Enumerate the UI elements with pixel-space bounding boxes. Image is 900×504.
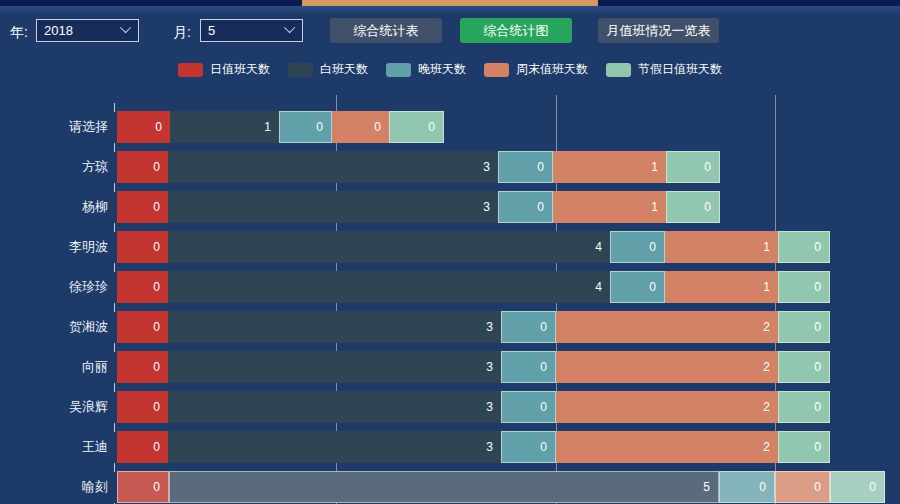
- bar-segment[interactable]: 3: [168, 351, 501, 383]
- bar-segment[interactable]: 2: [556, 351, 778, 383]
- year-select[interactable]: 2018: [36, 19, 139, 42]
- bar-segment[interactable]: 3: [168, 151, 498, 183]
- bar-segment[interactable]: 0: [117, 191, 168, 223]
- bar-segment[interactable]: 0: [498, 151, 553, 183]
- bar-segment[interactable]: 0: [117, 311, 168, 343]
- bar-value-label: 0: [153, 280, 160, 294]
- bar-segment[interactable]: 0: [279, 111, 332, 143]
- bar-segment[interactable]: 0: [719, 471, 775, 503]
- bar-segment[interactable]: 3: [168, 191, 498, 223]
- axis-tick: [114, 223, 115, 232]
- bar-segment[interactable]: 1: [170, 111, 279, 143]
- bar-segment[interactable]: 2: [556, 391, 778, 423]
- bar-segment[interactable]: 0: [117, 391, 168, 423]
- legend-item[interactable]: 日值班天数: [178, 61, 270, 78]
- legend-item[interactable]: 周末值班天数: [484, 61, 588, 78]
- bar-value-label: 0: [374, 120, 381, 134]
- bar-value-label: 0: [153, 160, 160, 174]
- bar-segment[interactable]: 3: [168, 311, 501, 343]
- bar-segment[interactable]: 0: [117, 351, 168, 383]
- bar-segment[interactable]: 2: [556, 431, 778, 463]
- bar-segment[interactable]: 2: [556, 311, 778, 343]
- bar-segment[interactable]: 1: [553, 151, 666, 183]
- bar-value-label: 0: [540, 400, 547, 414]
- summary-chart-button[interactable]: 综合统计图: [460, 18, 572, 43]
- bar-segment[interactable]: 0: [389, 111, 444, 143]
- bar-segment[interactable]: 0: [666, 191, 720, 223]
- bar-value-label: 0: [316, 120, 323, 134]
- bar-segment[interactable]: 0: [498, 191, 553, 223]
- bar-value-label: 0: [649, 280, 656, 294]
- legend-item[interactable]: 节假日值班天数: [606, 61, 722, 78]
- bar-segment[interactable]: 0: [778, 351, 830, 383]
- axis-tick: [114, 183, 115, 192]
- bar-row: 01000: [117, 111, 444, 143]
- year-label: 年:: [10, 24, 28, 42]
- bar-segment[interactable]: 0: [501, 431, 556, 463]
- bar-segment[interactable]: 0: [332, 111, 389, 143]
- bar-segment[interactable]: 4: [168, 271, 610, 303]
- axis-tick: [114, 343, 115, 352]
- bar-segment[interactable]: 0: [778, 271, 830, 303]
- bar-value-label: 1: [651, 160, 658, 174]
- bar-value-label: 0: [540, 360, 547, 374]
- bar-segment[interactable]: 0: [610, 231, 665, 263]
- bar-value-label: 2: [763, 400, 770, 414]
- bar-segment[interactable]: 0: [778, 431, 830, 463]
- legend-item[interactable]: 白班天数: [288, 61, 368, 78]
- bar-value-label: 2: [763, 360, 770, 374]
- bar-segment[interactable]: 0: [117, 151, 168, 183]
- bar-value-label: 1: [763, 280, 770, 294]
- bar-segment[interactable]: 0: [117, 431, 168, 463]
- legend-item[interactable]: 晚班天数: [386, 61, 466, 78]
- bar-segment[interactable]: 0: [501, 311, 556, 343]
- row-label: 喻刻: [0, 471, 108, 503]
- bar-segment[interactable]: 5: [169, 471, 719, 503]
- bar-row: 03010: [117, 191, 720, 223]
- legend-label: 节假日值班天数: [638, 61, 722, 78]
- legend-label: 周末值班天数: [516, 61, 588, 78]
- bar-value-label: 1: [651, 200, 658, 214]
- bar-row: 04010: [117, 231, 830, 263]
- bar-segment[interactable]: 0: [830, 471, 885, 503]
- bar-value-label: 0: [814, 440, 821, 454]
- month-select[interactable]: 5: [200, 19, 303, 42]
- legend-label: 晚班天数: [418, 61, 466, 78]
- bar-segment[interactable]: 3: [168, 431, 501, 463]
- bar-segment[interactable]: 0: [117, 231, 168, 263]
- bar-segment[interactable]: 0: [117, 271, 168, 303]
- row-label: 李明波: [0, 231, 108, 263]
- bar-segment[interactable]: 0: [778, 311, 830, 343]
- summary-table-button[interactable]: 综合统计表: [330, 18, 442, 43]
- bar-segment[interactable]: 0: [666, 151, 720, 183]
- bar-segment[interactable]: 0: [778, 391, 830, 423]
- axis-tick: [114, 143, 115, 152]
- row-label: 徐珍珍: [0, 271, 108, 303]
- bar-segment[interactable]: 0: [117, 471, 169, 503]
- row-label: 向丽: [0, 351, 108, 383]
- bar-value-label: 3: [486, 360, 493, 374]
- bar-segment[interactable]: 1: [665, 271, 778, 303]
- bar-value-label: 0: [537, 200, 544, 214]
- axis-tick: [114, 103, 115, 112]
- bar-row: 03010: [117, 151, 720, 183]
- bar-value-label: 0: [759, 480, 766, 494]
- monthly-duty-overview-button[interactable]: 月值班情况一览表: [598, 18, 719, 43]
- bar-segment[interactable]: 1: [665, 231, 778, 263]
- bar-segment[interactable]: 4: [168, 231, 610, 263]
- bar-segment[interactable]: 0: [778, 231, 830, 263]
- bar-segment[interactable]: 1: [553, 191, 666, 223]
- bar-segment[interactable]: 3: [168, 391, 501, 423]
- bar-value-label: 0: [153, 440, 160, 454]
- month-value: 5: [208, 23, 215, 38]
- bar-segment[interactable]: 0: [501, 391, 556, 423]
- bar-value-label: 0: [153, 400, 160, 414]
- bar-value-label: 0: [869, 480, 876, 494]
- bar-segment[interactable]: 0: [775, 471, 830, 503]
- bar-segment[interactable]: 0: [610, 271, 665, 303]
- bar-segment[interactable]: 0: [501, 351, 556, 383]
- month-label: 月:: [173, 24, 191, 42]
- bar-segment[interactable]: 0: [117, 111, 170, 143]
- bar-value-label: 0: [540, 320, 547, 334]
- bar-value-label: 0: [540, 440, 547, 454]
